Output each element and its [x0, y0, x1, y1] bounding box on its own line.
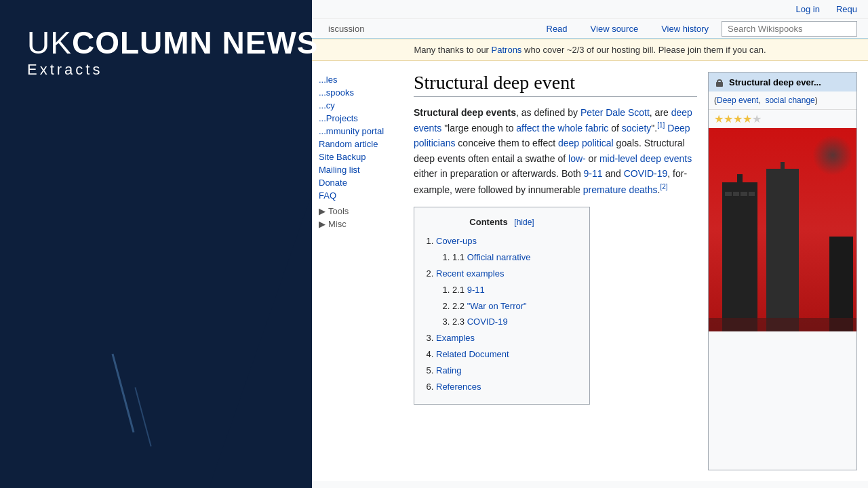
contents-box: Contents [hide] Cover-ups 1.1 Official n…: [414, 207, 590, 405]
misc-arrow: ▶: [319, 219, 326, 229]
toc-sublist-2: 2.1 9-11 2.2 "War on Terror" 2.3 COVID-1…: [452, 283, 578, 329]
tab-read[interactable]: Read: [536, 19, 578, 38]
social-change-infobox-link[interactable]: social change: [765, 96, 814, 105]
branding-title: UKCOLUMN NEWS: [27, 27, 319, 58]
wiki-notice: Many thanks to our Patrons who cover ~2/…: [312, 39, 868, 61]
article-intro: Structural deep events, as defined by Pe…: [414, 105, 697, 197]
toc-item-4: Related Document: [436, 348, 578, 362]
sidebar-item-donate[interactable]: Donate: [312, 176, 407, 189]
toc-item-3: Examples: [436, 331, 578, 346]
toc-item-6: References: [436, 380, 578, 394]
toc-1-link[interactable]: Cover-ups: [436, 236, 477, 246]
ground: [709, 318, 856, 331]
tower-left: [722, 182, 757, 331]
affect-fabric-link[interactable]: affect the whole fabric: [516, 123, 608, 134]
sidebar-item-2[interactable]: ...spooks: [312, 86, 407, 99]
sidebar-item-backup[interactable]: Site Backup: [312, 150, 407, 163]
tower-right-antenna: [781, 162, 785, 169]
sidebar-item-1[interactable]: ...les: [312, 73, 407, 86]
toc-5-link[interactable]: Rating: [436, 365, 462, 375]
infobox-header: Structural deep ever...: [709, 73, 856, 92]
toc-2-3-link[interactable]: COVID-19: [467, 317, 508, 327]
deep-event-infobox-link[interactable]: Deep event: [717, 96, 758, 105]
left-sidebar: ...les ...spooks ...cy ...Projects ...mm…: [312, 68, 407, 236]
building-bg: [829, 237, 853, 331]
toc-item-2-1: 2.1 9-11: [452, 283, 578, 298]
w3: [741, 192, 747, 196]
toc-item-1: Cover-ups 1.1 Official narrative: [436, 235, 578, 265]
infobox-image: [709, 128, 856, 331]
ref-2: [2]: [660, 183, 667, 190]
mid-level-link[interactable]: mid-level deep events: [599, 153, 692, 164]
ref-1: [1]: [657, 121, 665, 129]
branding-subtitle: Extracts: [27, 61, 319, 79]
search-input[interactable]: [722, 21, 857, 37]
toc-item-2: Recent examples 2.1 9-11 2.2 "War on Ter…: [436, 267, 578, 329]
low-link[interactable]: low-: [568, 153, 586, 164]
society-link[interactable]: society: [622, 123, 652, 134]
svg-rect-1: [717, 80, 722, 83]
toc-3-link[interactable]: Examples: [436, 333, 475, 343]
wiki-topbar: Log in Requ: [312, 0, 868, 19]
w1: [725, 192, 732, 196]
wiki-panel: Log in Requ iscussion Read View source V…: [312, 0, 868, 488]
infobox-subtitle: (Deep event, social change): [709, 92, 856, 110]
tower-right: [766, 169, 799, 331]
tab-view-source[interactable]: View source: [580, 19, 649, 38]
peter-dale-scott-link[interactable]: Peter Dale Scott: [580, 107, 650, 118]
infobox-stars: ★★★★★: [709, 110, 856, 128]
request-link[interactable]: Requ: [836, 4, 857, 14]
toc-2-link[interactable]: Recent examples: [436, 268, 504, 279]
toc-6-link[interactable]: References: [436, 382, 481, 392]
toc-4-link[interactable]: Related Document: [436, 349, 509, 359]
toc-item-2-3: 2.3 COVID-19: [452, 315, 578, 329]
branding: UKCOLUMN NEWS Extracts: [27, 27, 319, 79]
toc-item-1-1: 1.1 Official narrative: [452, 251, 578, 265]
tools-label: Tools: [328, 206, 349, 216]
sidebar-item-5[interactable]: ...mmunity portal: [312, 125, 407, 138]
article-title: Structural deep event: [414, 72, 697, 97]
w2: [733, 192, 740, 196]
wiki-content: ...les ...spooks ...cy ...Projects ...mm…: [312, 61, 868, 481]
toc-1-1-link[interactable]: Official narrative: [467, 252, 531, 262]
sidebar-item-4[interactable]: ...Projects: [312, 112, 407, 125]
sidebar-item-3[interactable]: ...cy: [312, 99, 407, 112]
contents-list: Cover-ups 1.1 Official narrative Recent …: [436, 235, 578, 394]
tools-arrow: ▶: [319, 206, 326, 216]
windows-left: [722, 189, 757, 199]
toc-item-2-2: 2.2 "War on Terror": [452, 300, 578, 314]
smoke-cloud: [812, 135, 853, 176]
branding-title-thin: UK: [27, 25, 72, 60]
premature-deaths-link[interactable]: premature deaths: [583, 184, 658, 195]
nine-eleven-link[interactable]: 9-11: [584, 168, 603, 179]
branding-title-bold: COLUMN NEWS: [72, 25, 319, 60]
wiki-article: Structural deep event Structural deep ev…: [414, 72, 697, 470]
deep-political-link[interactable]: deep political: [558, 138, 614, 148]
toc-2-1-link[interactable]: 9-11: [467, 285, 485, 295]
tab-view-history[interactable]: View history: [651, 19, 719, 38]
toc-item-5: Rating: [436, 364, 578, 378]
lock-icon: [714, 77, 725, 87]
infobox-title-text: Structural deep ever...: [729, 77, 821, 87]
tower-left-antenna: [737, 174, 743, 182]
tab-discussion-partial: iscussion: [323, 20, 370, 38]
misc-label: Misc: [328, 219, 347, 229]
toc-sublist-1: 1.1 Official narrative: [452, 251, 578, 265]
sidebar-item-mailing[interactable]: Mailing list: [312, 163, 407, 176]
login-link[interactable]: Log in: [796, 4, 820, 14]
article-intro-bold: Structural deep events: [414, 107, 516, 118]
hide-link[interactable]: [hide]: [514, 218, 534, 227]
infobox: Structural deep ever... (Deep event, soc…: [708, 72, 857, 470]
sidebar-item-random[interactable]: Random article: [312, 138, 407, 150]
w4: [749, 192, 755, 196]
article-body: Structural deep events, as defined by Pe…: [414, 105, 697, 405]
wiki-tabs: iscussion Read View source View history: [312, 19, 868, 39]
star-empty: ★: [752, 113, 762, 125]
contents-header: Contents [hide]: [425, 216, 578, 230]
covid19-link[interactable]: COVID-19: [624, 168, 668, 179]
sidebar-item-faq[interactable]: FAQ: [312, 189, 407, 202]
tabs-right: Read View source View history: [536, 19, 858, 38]
tools-section: ▶ Tools: [312, 202, 407, 218]
toc-2-2-link[interactable]: "War on Terror": [467, 301, 527, 311]
patrons-link[interactable]: Patrons: [492, 45, 522, 55]
